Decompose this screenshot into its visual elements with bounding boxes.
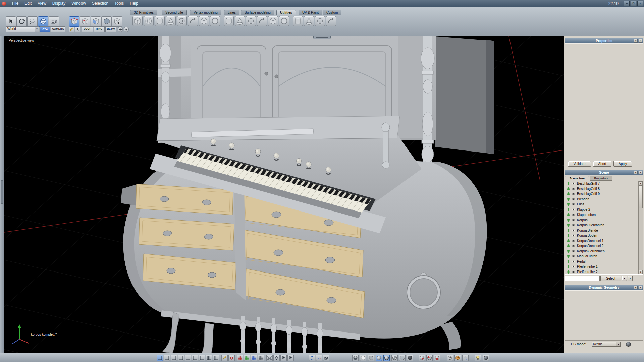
eye-icon[interactable]: [571, 192, 576, 195]
utility-tool-10-icon[interactable]: [235, 16, 245, 26]
eye-icon[interactable]: [571, 244, 576, 247]
grid-z-plane-icon[interactable]: [251, 355, 257, 361]
tab-scene-properties[interactable]: Properties: [590, 176, 612, 181]
viewport-camera-icon[interactable]: [323, 355, 329, 361]
dg-state-icon[interactable]: [626, 342, 631, 347]
eye-icon[interactable]: [571, 198, 576, 201]
scene-tree-item[interactable]: Pfeifenreihe 2: [565, 269, 643, 275]
walkthrough-person-icon[interactable]: [309, 355, 315, 361]
eye-icon[interactable]: [571, 213, 576, 216]
utility-tool-9-icon[interactable]: [224, 16, 234, 26]
scene-tree-item[interactable]: Klappe 2: [565, 207, 643, 213]
shade-smooth-edges-icon[interactable]: [383, 355, 390, 361]
shade-hiddenline-icon[interactable]: [360, 355, 366, 361]
shade-wireframe-icon[interactable]: [352, 355, 359, 361]
scene-tree-item[interactable]: KorpusBlende: [565, 228, 643, 233]
lasso-select-tool-icon[interactable]: [27, 16, 38, 27]
center-selection-icon[interactable]: [273, 355, 280, 361]
eye-icon[interactable]: [571, 250, 576, 253]
validate-button[interactable]: Validate: [568, 161, 591, 167]
utility-tool-12-icon[interactable]: [257, 16, 267, 26]
close-dg-icon[interactable]: ×: [639, 286, 642, 289]
eye-icon[interactable]: [571, 270, 576, 274]
annotate-pencil-icon[interactable]: [221, 355, 228, 361]
grid-y-plane-icon[interactable]: [244, 355, 250, 361]
tab-uv-paint[interactable]: UV & Paint: [299, 10, 322, 15]
menu-edit[interactable]: Edit: [21, 0, 35, 7]
utility-tool-8-icon[interactable]: [210, 16, 220, 26]
xyz-axis-toggle[interactable]: XYZ: [40, 26, 50, 32]
zoom-out-icon[interactable]: [287, 355, 294, 361]
utility-tool-2-icon[interactable]: [144, 16, 154, 26]
tab-surface-modeling[interactable]: Surface modeling: [241, 10, 274, 15]
select-edges-mode-icon[interactable]: [80, 16, 90, 27]
material-cube-icon[interactable]: [447, 355, 453, 361]
tab-custom[interactable]: Custom: [323, 10, 341, 15]
shade-transparent-icon[interactable]: [399, 355, 406, 361]
scene-tree-item[interactable]: KorpusZierrahmen: [565, 249, 643, 254]
shrink-selection-icon[interactable]: [124, 27, 129, 32]
scene-tree-item[interactable]: BeschlagGriff 9: [565, 191, 643, 197]
link-selection-icon[interactable]: [75, 27, 80, 32]
render-sphere-icon[interactable]: [483, 355, 489, 361]
menu-view[interactable]: View: [35, 0, 49, 7]
properties-panel-titlebar[interactable]: Properties ▾ ×: [565, 38, 643, 43]
collapse-dg-icon[interactable]: ▾: [634, 286, 638, 289]
grid-all-planes-icon[interactable]: [258, 355, 264, 361]
eye-icon[interactable]: [571, 234, 576, 237]
grid-x-plane-icon[interactable]: [237, 355, 243, 361]
shade-dark-icon[interactable]: [407, 355, 413, 361]
collapse-properties-icon[interactable]: ▾: [634, 39, 638, 43]
layout-2-1-view-icon[interactable]: [192, 355, 198, 361]
ring-select-button[interactable]: RING: [94, 26, 105, 32]
scene-panel-titlebar[interactable]: Scene ▾ ×: [565, 170, 643, 175]
scroll-up-icon[interactable]: ▲: [639, 181, 643, 186]
tab-scene-tree[interactable]: Scene tree: [565, 176, 589, 181]
utility-tool-16-icon[interactable]: [304, 16, 314, 26]
menu-window[interactable]: Window: [68, 0, 89, 7]
camera-space-toggle[interactable]: CAMERA: [51, 26, 65, 32]
layout-2-horizontal-icon[interactable]: [171, 355, 177, 361]
viewport-top-handle[interactable]: [313, 36, 331, 39]
layout-3-vertical-icon[interactable]: [206, 355, 212, 361]
eye-icon[interactable]: [571, 208, 576, 211]
select-faces-mode-icon[interactable]: [91, 16, 101, 27]
eye-icon[interactable]: [571, 203, 576, 206]
menu-display[interactable]: Display: [49, 0, 68, 7]
shade-textured-icon[interactable]: [391, 355, 398, 361]
select-auto-mode-icon[interactable]: [112, 16, 122, 27]
collapse-scene-icon[interactable]: ▾: [634, 171, 638, 174]
minimize-button[interactable]: –: [624, 1, 630, 6]
layout-4-vertical-icon[interactable]: [213, 355, 219, 361]
tab-3d-primitives[interactable]: 3D Primitives: [130, 10, 157, 15]
maximize-button[interactable]: □: [631, 1, 636, 6]
scene-filter-input[interactable]: [565, 276, 600, 281]
menu-file[interactable]: File: [9, 0, 21, 7]
tab-vertex-modeling[interactable]: Vertex modeling: [190, 10, 221, 15]
draw-pencil-icon[interactable]: [69, 27, 74, 32]
utility-tool-17-icon[interactable]: [315, 16, 325, 26]
viewport-3d[interactable]: Perspective view korpus komplett *: [4, 36, 564, 353]
utility-tool-11-icon[interactable]: [246, 16, 256, 26]
between-select-button[interactable]: BETW: [105, 26, 116, 32]
scene-tree-item[interactable]: Fuss: [565, 202, 643, 207]
uv-cube-icon[interactable]: [454, 355, 461, 361]
utility-tool-7-icon[interactable]: [199, 16, 209, 26]
close-properties-icon[interactable]: ×: [639, 39, 642, 43]
scene-tree-item[interactable]: Klappe oben: [565, 212, 643, 218]
layout-single-view-icon[interactable]: [157, 355, 163, 361]
orbit-tool-icon[interactable]: [16, 16, 27, 27]
dg-mode-dropdown[interactable]: Restric...▾: [592, 342, 621, 347]
close-scene-icon[interactable]: ×: [639, 171, 642, 174]
utility-tool-15-icon[interactable]: [293, 16, 303, 26]
utility-tool-3-icon[interactable]: [155, 16, 165, 26]
light-bulb-icon[interactable]: [475, 355, 481, 361]
dynamic-geometry-titlebar[interactable]: Dynamic Geometry ▾ ×: [565, 285, 643, 290]
select-points-mode-icon[interactable]: [69, 16, 79, 27]
snap-magnet-icon[interactable]: [228, 355, 235, 361]
eye-icon[interactable]: [571, 187, 576, 190]
eye-icon[interactable]: [571, 219, 576, 222]
close-button[interactable]: ×: [637, 1, 643, 6]
shade-smooth-icon[interactable]: [376, 355, 382, 361]
scene-tree-item[interactable]: Manual unten: [565, 254, 643, 259]
